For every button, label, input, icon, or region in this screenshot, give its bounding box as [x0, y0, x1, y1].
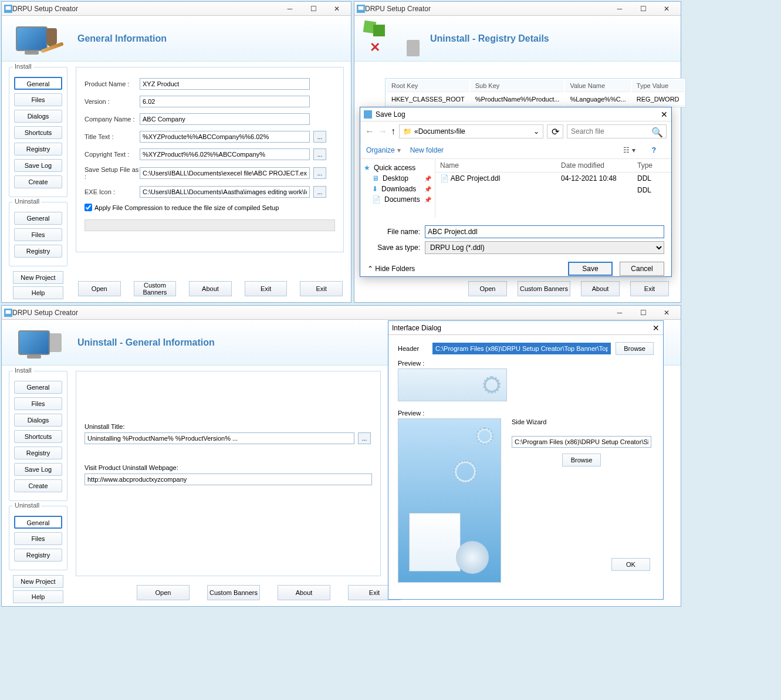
- nav-un-registry[interactable]: Registry: [14, 245, 62, 258]
- nav-registry[interactable]: Registry: [14, 447, 62, 459]
- exit-button-2[interactable]: Exit: [300, 281, 343, 296]
- custom-banners-button[interactable]: Custom Banners: [207, 585, 260, 600]
- hide-folders-toggle[interactable]: ⌃ Hide Folders: [367, 265, 415, 273]
- close-button[interactable]: ✕: [655, 307, 678, 319]
- path-bar[interactable]: 📁 « Documents› file ⌄: [399, 124, 543, 138]
- uninstall-title-input[interactable]: [84, 432, 354, 444]
- nav-shortcuts[interactable]: Shortcuts: [14, 430, 62, 443]
- savefile-input[interactable]: [140, 167, 310, 179]
- copyright-input[interactable]: [140, 148, 310, 160]
- custom-banners-button[interactable]: Custom Banners: [134, 281, 177, 296]
- open-button[interactable]: Open: [468, 281, 507, 296]
- nav-general[interactable]: General: [14, 381, 62, 394]
- maximize-button[interactable]: ☐: [631, 3, 655, 15]
- nav-un-files[interactable]: Files: [14, 532, 62, 545]
- titlebar[interactable]: DRPU Setup Creator ─ ☐ ✕: [2, 2, 351, 16]
- save-button[interactable]: Save: [568, 262, 613, 276]
- nav-dialogs[interactable]: Dialogs: [14, 110, 62, 123]
- nav-savelog[interactable]: Save Log: [14, 159, 62, 172]
- side-path-input[interactable]: [512, 436, 651, 448]
- about-button[interactable]: About: [581, 281, 620, 296]
- up-icon[interactable]: ↑: [391, 126, 395, 137]
- maximize-button[interactable]: ☐: [631, 307, 655, 319]
- browse-button-2[interactable]: Browse: [562, 454, 601, 466]
- col-date[interactable]: Date modified: [561, 161, 637, 170]
- close-button[interactable]: ✕: [655, 3, 678, 15]
- exeicon-input[interactable]: [140, 186, 310, 198]
- minimize-button[interactable]: ─: [608, 307, 631, 319]
- savefile-browse[interactable]: ...: [313, 167, 326, 179]
- col-type[interactable]: Type: [637, 161, 667, 170]
- about-button[interactable]: About: [278, 585, 330, 600]
- ok-button[interactable]: OK: [611, 558, 650, 571]
- version-input[interactable]: [140, 96, 310, 107]
- tree-documents[interactable]: 📄Documents📌: [364, 194, 431, 205]
- help-icon[interactable]: ?: [652, 146, 656, 154]
- open-button[interactable]: Open: [137, 585, 190, 600]
- filename-input[interactable]: [425, 225, 664, 238]
- maximize-button[interactable]: ☐: [302, 3, 325, 15]
- product-name-input[interactable]: [140, 78, 310, 90]
- logo-monitor-icon: [9, 21, 70, 56]
- exit-button[interactable]: Exit: [245, 281, 288, 296]
- dialog-close-icon[interactable]: ✕: [652, 323, 660, 333]
- minimize-button[interactable]: ─: [608, 3, 631, 15]
- nav-un-registry[interactable]: Registry: [14, 549, 62, 562]
- exeicon-browse[interactable]: ...: [313, 186, 326, 198]
- refresh-icon[interactable]: ⟳: [547, 124, 563, 138]
- title-browse[interactable]: ...: [313, 131, 326, 143]
- saveas-select[interactable]: DRPU Log (*.ddl): [425, 241, 664, 254]
- col-rootkey[interactable]: Root Key: [387, 80, 469, 92]
- table-row[interactable]: HKEY_CLASSES_ROOT %ProductName%%Product.…: [387, 93, 684, 106]
- visit-input[interactable]: [84, 474, 372, 485]
- dialog-titlebar[interactable]: Interface Dialog ✕: [388, 321, 663, 335]
- nav-create[interactable]: Create: [14, 479, 62, 492]
- tree-downloads[interactable]: ⬇Downloads📌: [364, 184, 431, 194]
- new-folder-button[interactable]: New folder: [410, 146, 444, 154]
- dialog-close-icon[interactable]: ✕: [661, 110, 668, 119]
- col-valuename[interactable]: Value Name: [565, 80, 630, 92]
- about-button[interactable]: About: [189, 281, 232, 296]
- titlebar[interactable]: DRPU Setup Creator ─ ☐ ✕: [354, 2, 681, 16]
- copyright-browse[interactable]: ...: [313, 148, 326, 160]
- custom-banners-button[interactable]: Custom Banners: [518, 281, 570, 296]
- file-row[interactable]: 📄 ABC Project.ddl 04-12-2021 10:48 DDL: [435, 173, 671, 184]
- nav-general[interactable]: General: [14, 77, 62, 90]
- dialog-titlebar[interactable]: Save Log ✕: [360, 107, 671, 121]
- header-path-input[interactable]: [432, 343, 611, 354]
- nav-create[interactable]: Create: [14, 175, 62, 188]
- view-icon[interactable]: ☷ ▾: [623, 146, 635, 154]
- nav-files[interactable]: Files: [14, 93, 62, 106]
- minimize-button[interactable]: ─: [278, 3, 302, 15]
- organize-menu[interactable]: Organize: [366, 146, 395, 154]
- browse-button-1[interactable]: Browse: [616, 342, 654, 355]
- nav-shortcuts[interactable]: Shortcuts: [14, 126, 62, 139]
- svg-rect-3: [359, 6, 364, 9]
- col-typevalue[interactable]: Type Value: [632, 80, 684, 92]
- nav-files[interactable]: Files: [14, 397, 62, 410]
- tree-desktop[interactable]: 🖥Desktop📌: [364, 173, 431, 184]
- tree-quick-access[interactable]: ★Quick access: [364, 163, 431, 173]
- company-input[interactable]: [140, 113, 310, 125]
- file-row[interactable]: DDL: [435, 184, 671, 196]
- close-button[interactable]: ✕: [325, 3, 349, 15]
- col-name[interactable]: Name: [440, 161, 561, 170]
- open-button[interactable]: Open: [78, 281, 121, 296]
- back-icon[interactable]: ←: [365, 126, 374, 137]
- desktop-icon: 🖥: [372, 174, 379, 182]
- forward-icon[interactable]: →: [378, 126, 387, 137]
- exit-button[interactable]: Exit: [630, 281, 669, 296]
- nav-un-files[interactable]: Files: [14, 228, 62, 241]
- col-subkey[interactable]: Sub Key: [471, 80, 564, 92]
- nav-un-general[interactable]: General: [14, 212, 62, 225]
- status-bar: [84, 219, 335, 231]
- nav-registry[interactable]: Registry: [14, 143, 62, 155]
- nav-savelog[interactable]: Save Log: [14, 463, 62, 476]
- nav-dialogs[interactable]: Dialogs: [14, 414, 62, 427]
- uninstall-title-browse[interactable]: ...: [358, 432, 371, 444]
- titlebar[interactable]: DRPU Setup Creator ─ ☐ ✕: [2, 306, 681, 320]
- nav-un-general[interactable]: General: [14, 516, 62, 529]
- compress-checkbox[interactable]: [84, 204, 92, 211]
- cancel-button[interactable]: Cancel: [620, 262, 664, 276]
- title-input[interactable]: [140, 131, 310, 143]
